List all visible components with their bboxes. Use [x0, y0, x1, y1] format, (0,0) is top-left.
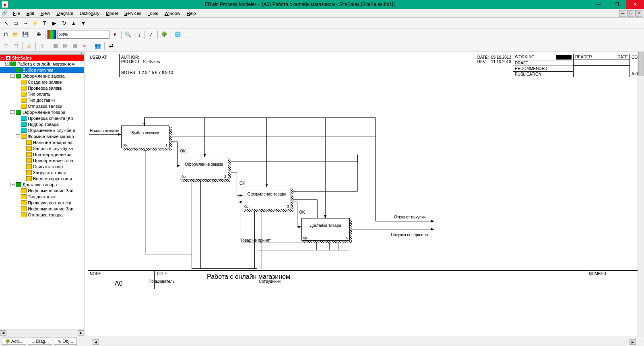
tree-node[interactable]: −Формирование маршр — [0, 133, 84, 139]
menu-file[interactable]: File — [10, 10, 23, 16]
activity-box-1[interactable]: Выбор покупки0р.1 — [121, 126, 169, 148]
tree-node[interactable]: Проверка клиента (Кр — [0, 115, 84, 121]
spellcheck-button[interactable]: ✓ — [147, 30, 155, 39]
tree-expander-icon[interactable]: − — [5, 62, 10, 66]
squiggle-tool-button[interactable]: ⚡ — [31, 19, 39, 28]
menu-services[interactable]: Services — [121, 10, 144, 16]
tree-node[interactable]: Внести коррективи — [0, 175, 84, 181]
diagram-body[interactable]: Выбор покупки0р.1Оформление заказа0р.2Оф… — [88, 77, 644, 270]
activity-icon — [21, 128, 27, 133]
separator — [104, 42, 105, 50]
tree-node[interactable]: Преобретение това — [0, 157, 84, 163]
tree-node[interactable]: Проверка соответств — [0, 200, 84, 206]
tree-node[interactable]: Обращение к службе в — [0, 127, 84, 133]
activity-box-4[interactable]: Доставка товара0р.4 — [301, 218, 350, 241]
globe-button[interactable]: 🌐 — [173, 30, 182, 39]
model-tree[interactable]: − ◆ SiteSales −Работа с онлайн магазином… — [0, 55, 84, 330]
tree-node[interactable]: −Оформление товара — [0, 109, 84, 115]
activity-cost: 0р. — [123, 143, 128, 147]
tree-node[interactable]: Тип оплаты — [0, 91, 84, 97]
open-button[interactable]: 📂 — [11, 30, 20, 39]
activity-box-3[interactable]: Оформление товара0р.3 — [243, 187, 291, 209]
tree-node[interactable]: Информирование Зак — [0, 187, 84, 194]
menu-dictionary[interactable]: Dictionary — [76, 10, 103, 16]
menu-window[interactable]: Window — [161, 10, 184, 16]
play-tool-button[interactable]: ▶ — [50, 19, 59, 28]
tree-node[interactable]: −Работа с онлайн магазином — [0, 61, 84, 67]
diagram-canvas[interactable]: USED AT: AUTHOR: DATE: 09.10.2013 PROJEC… — [85, 51, 644, 336]
tree-expander-icon[interactable]: − — [16, 134, 20, 138]
palette-button[interactable] — [47, 30, 56, 39]
tree-expander-icon[interactable]: − — [0, 56, 4, 60]
menu-tools[interactable]: Tools — [144, 10, 161, 16]
people-button[interactable]: 👥 — [93, 41, 102, 50]
tree-expander-icon[interactable]: − — [10, 183, 15, 186]
activity-cost: 0р. — [244, 204, 250, 208]
tree-node[interactable]: −Оформление заказа — [0, 73, 84, 79]
tree-node[interactable]: Подбор товара — [0, 121, 84, 127]
tree-node[interactable]: Запрос в службу за — [0, 145, 84, 151]
tree-node[interactable]: Списать товар — [0, 163, 84, 169]
tab-activities[interactable]: 🌳Acti... — [2, 338, 26, 345]
tree-expander-icon[interactable]: − — [10, 110, 15, 114]
zoom-in-button[interactable]: 🔍 — [124, 30, 132, 39]
tree-node[interactable]: Создание заявки — [0, 79, 84, 85]
scroll-left-button[interactable]: ◀ — [0, 330, 6, 336]
tree-node[interactable]: Наличие товара на — [0, 139, 84, 145]
zoom-combo[interactable] — [57, 31, 109, 39]
tree-node[interactable]: Информирование Зак — [0, 206, 84, 212]
up-triangle-button[interactable]: ▲ — [69, 19, 78, 28]
tree-node[interactable]: −Доставка товара — [0, 181, 84, 187]
arrow-tool-button[interactable]: → — [21, 19, 30, 28]
refresh-button[interactable]: ↻ — [60, 19, 68, 28]
text-tool-button[interactable]: T — [40, 19, 49, 28]
scroll-track[interactable] — [99, 339, 630, 345]
tree-node[interactable]: Тип доставки: — [0, 194, 84, 200]
menu-view[interactable]: View — [37, 10, 54, 16]
mdi-minimize-button[interactable]: — — [619, 10, 626, 16]
canvas-v-scrollbar[interactable] — [638, 51, 644, 336]
tree-node[interactable]: Отправка заявки — [0, 103, 84, 109]
canvas-h-scrollbar[interactable]: ◀ ▶ — [93, 339, 636, 345]
new-button[interactable]: 🗋 — [2, 30, 10, 39]
mdi-close-button[interactable]: ✕ — [635, 10, 642, 16]
scroll-left-button[interactable]: ◀ — [93, 339, 99, 345]
tree-node[interactable]: Загрузить товар — [0, 169, 84, 175]
tree-node[interactable]: Отправка товара — [0, 212, 84, 218]
zoom-area-button[interactable]: ⬚ — [133, 30, 142, 39]
maximize-button[interactable]: ❐ — [608, 0, 626, 9]
menu-help[interactable]: Help — [184, 10, 199, 16]
title-value: Работа с онлайн магазином — [207, 273, 290, 280]
menu-edit[interactable]: Edit — [23, 10, 37, 16]
menu-model[interactable]: Model — [103, 10, 121, 16]
mdi-restore-button[interactable]: ❐ — [627, 10, 634, 16]
pointer-tool-button[interactable]: ↖ — [2, 19, 10, 28]
tree-link-button[interactable]: 🌳 — [160, 30, 169, 39]
tab-objects[interactable]: ◎Obj... — [54, 338, 76, 345]
scroll-right-button[interactable]: ▶ — [78, 330, 84, 336]
down-triangle-button[interactable]: ▼ — [79, 19, 88, 28]
scrollbar-thumb[interactable] — [638, 52, 644, 76]
node-value: A0 — [115, 280, 123, 287]
tree-node[interactable]: Выбор покупки — [0, 67, 84, 73]
tree-node[interactable]: Тип доставки — [0, 97, 84, 103]
tree-expander-icon[interactable]: − — [10, 74, 15, 78]
print-button[interactable]: 🖶 — [34, 30, 43, 39]
panel-close-button[interactable]: × — [0, 51, 84, 55]
tab-diagrams[interactable]: ▭Diag... — [28, 338, 53, 345]
tree-h-scrollbar[interactable]: ◀ ▶ — [0, 330, 84, 336]
menu-diagram[interactable]: Diagram — [53, 10, 76, 16]
activity-number: 3 — [287, 204, 289, 208]
minimize-button[interactable]: — — [590, 0, 608, 9]
status-recommended: RECOMMENDED — [513, 66, 573, 72]
activity-box-2[interactable]: Оформление заказа0р.2 — [180, 157, 228, 179]
scroll-right-button[interactable]: ▶ — [630, 339, 636, 345]
zoom-dropdown-button[interactable]: ▾ — [110, 30, 119, 39]
tree-node[interactable]: Подтверждение за — [0, 151, 84, 157]
close-button[interactable]: ✕ — [626, 0, 644, 9]
box-tool-button[interactable]: ▭ — [11, 19, 20, 28]
save-button[interactable]: 💾 — [21, 30, 30, 39]
swap-button[interactable]: ⇄ — [107, 41, 116, 50]
tree-model-root[interactable]: − ◆ SiteSales — [0, 55, 84, 61]
tree-node[interactable]: Проверка заявки — [0, 85, 84, 91]
